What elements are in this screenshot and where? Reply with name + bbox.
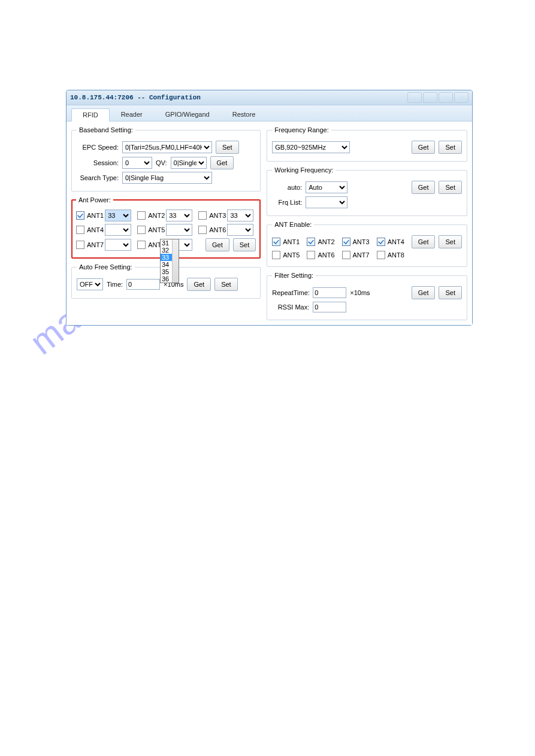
- antenable-legend: ANT Enable:: [272, 221, 314, 228]
- antpower-legend: Ant Power:: [76, 196, 113, 204]
- window-title: 10.8.175.44:7206 -- Configuration: [70, 94, 201, 101]
- ant7-checkbox[interactable]: [76, 241, 84, 249]
- antenable-group: ANT Enable: ANT1 ANT2 ANT3 ANT4 Get Set …: [267, 221, 467, 267]
- frqlist-select[interactable]: [306, 196, 347, 208]
- maximize-icon[interactable]: ▢: [439, 92, 453, 103]
- ant7-label: ANT7: [87, 241, 104, 248]
- content-area: Baseband Setting: EPC Speed: 0|Tari=25us…: [67, 122, 472, 325]
- antenable-get-button[interactable]: Get: [412, 235, 436, 248]
- ant1-select[interactable]: 33: [105, 210, 131, 221]
- filter-unit: ×10ms: [350, 289, 370, 296]
- epc-speed-select[interactable]: 0|Tari=25us,FM0,LHF=40KHz: [122, 141, 212, 153]
- rssi-input[interactable]: [313, 302, 346, 312]
- ant5-select[interactable]: [166, 224, 192, 236]
- ant4-label: ANT4: [87, 226, 104, 233]
- ante-ant5-checkbox[interactable]: [272, 251, 280, 259]
- ante-ant6-label: ANT6: [318, 251, 334, 259]
- autofree-off-select[interactable]: OFF: [77, 278, 103, 290]
- antenable-set-button[interactable]: Set: [439, 235, 462, 248]
- autofree-get-button[interactable]: Get: [187, 278, 211, 291]
- left-column: Baseband Setting: EPC Speed: 0|Tari=25us…: [71, 126, 261, 320]
- config-window: 10.8.175.44:7206 -- Configuration – _ ▢ …: [66, 90, 473, 326]
- auto-select[interactable]: Auto: [306, 181, 347, 193]
- title-buttons: – _ ▢ ✕: [407, 92, 468, 103]
- freqrange-group: Frequency Range: GB,920~925MHz Get Set: [267, 126, 467, 162]
- ante-ant3-checkbox[interactable]: [342, 238, 350, 246]
- ant3-checkbox[interactable]: [198, 211, 207, 220]
- ant3-select[interactable]: 33: [227, 210, 253, 221]
- tab-gpio[interactable]: GPIO/Wiegand: [154, 108, 221, 121]
- close-icon[interactable]: ✕: [454, 92, 468, 103]
- ant4-select[interactable]: [105, 224, 131, 236]
- baseband-legend: Baseband Setting:: [77, 126, 135, 133]
- baseband-set-button[interactable]: Set: [216, 141, 239, 154]
- ante-ant4-label: ANT4: [388, 238, 404, 245]
- session-select[interactable]: 0: [122, 157, 152, 169]
- ante-ant4-checkbox[interactable]: [377, 238, 385, 246]
- workingfreq-set-button[interactable]: Set: [439, 181, 462, 194]
- ant6-label: ANT6: [209, 226, 226, 233]
- ante-ant2-checkbox[interactable]: [307, 238, 315, 246]
- filter-get-button[interactable]: Get: [412, 286, 436, 299]
- ant4-checkbox[interactable]: [76, 226, 84, 234]
- search-type-select[interactable]: 0|Single Flag: [122, 172, 212, 184]
- ant5-checkbox[interactable]: [137, 226, 146, 234]
- workingfreq-legend: Working Frequency:: [272, 166, 335, 174]
- ant1-dropdown-list[interactable]: 31 32 33 34 35 36: [160, 239, 179, 283]
- ante-ant1-checkbox[interactable]: [272, 238, 280, 246]
- session-label: Session:: [77, 159, 119, 166]
- ante-ant7-checkbox[interactable]: [342, 251, 350, 259]
- epc-speed-label: EPC Speed:: [77, 144, 119, 151]
- tab-rfid[interactable]: RFID: [71, 108, 110, 122]
- filter-set-button[interactable]: Set: [439, 286, 462, 299]
- qv-select[interactable]: 0|Single: [171, 157, 207, 169]
- auto-label: auto:: [272, 184, 302, 191]
- freqrange-legend: Frequency Range:: [272, 126, 331, 133]
- ant5-label: ANT5: [148, 226, 165, 233]
- repeat-label: RepeatTime:: [272, 289, 309, 296]
- workingfreq-group: Working Frequency: auto: Auto Get Set Fr…: [267, 166, 467, 216]
- tab-reader[interactable]: Reader: [110, 108, 154, 121]
- freqrange-select[interactable]: GB,920~925MHz: [272, 141, 350, 153]
- baseband-group: Baseband Setting: EPC Speed: 0|Tari=25us…: [71, 126, 261, 192]
- autofree-legend: Auto Free Setting:: [77, 263, 135, 271]
- freqrange-set-button[interactable]: Set: [439, 141, 462, 154]
- ant6-select[interactable]: [227, 224, 253, 236]
- minimize-icon[interactable]: –: [407, 92, 422, 103]
- ante-ant8-label: ANT8: [388, 251, 404, 259]
- ant1-checkbox[interactable]: [76, 211, 84, 220]
- ant2-checkbox[interactable]: [137, 211, 146, 220]
- autofree-time-input[interactable]: [126, 279, 160, 290]
- tab-strip: RFID Reader GPIO/Wiegand Restore: [67, 105, 472, 122]
- titlebar[interactable]: 10.8.175.44:7206 -- Configuration – _ ▢ …: [67, 90, 472, 105]
- repeat-input[interactable]: [313, 287, 346, 298]
- ante-ant8-checkbox[interactable]: [377, 251, 385, 259]
- freqrange-get-button[interactable]: Get: [412, 141, 436, 154]
- workingfreq-get-button[interactable]: Get: [412, 181, 436, 194]
- tab-restore[interactable]: Restore: [221, 108, 267, 121]
- ant3-label: ANT3: [209, 212, 226, 219]
- ant7-select[interactable]: [105, 239, 131, 251]
- ante-ant6-checkbox[interactable]: [307, 251, 315, 259]
- rssi-label: RSSI Max:: [272, 303, 309, 311]
- ante-ant3-label: ANT3: [353, 238, 370, 245]
- ant8-checkbox[interactable]: [137, 241, 146, 249]
- filter-legend: Filter Setting:: [272, 272, 316, 279]
- ante-ant1-label: ANT1: [283, 238, 300, 245]
- antpower-get-button[interactable]: Get: [205, 238, 229, 251]
- ant1-label: ANT1: [87, 212, 104, 219]
- antpower-set-button[interactable]: Set: [233, 238, 256, 251]
- ant2-label: ANT2: [148, 212, 165, 219]
- scrollbar-icon[interactable]: [172, 239, 179, 283]
- search-type-label: Search Type:: [77, 174, 119, 181]
- ant6-checkbox[interactable]: [198, 226, 207, 234]
- autofree-set-button[interactable]: Set: [214, 278, 238, 291]
- ante-ant5-label: ANT5: [283, 251, 300, 259]
- frqlist-label: Frq List:: [272, 199, 302, 206]
- ante-ant2-label: ANT2: [318, 238, 334, 245]
- baseband-get-button[interactable]: Get: [210, 156, 234, 169]
- right-column: Frequency Range: GB,920~925MHz Get Set W…: [267, 126, 467, 320]
- min2-icon[interactable]: _: [423, 92, 437, 103]
- ant2-select[interactable]: 33: [166, 210, 192, 221]
- ante-ant7-label: ANT7: [353, 251, 370, 259]
